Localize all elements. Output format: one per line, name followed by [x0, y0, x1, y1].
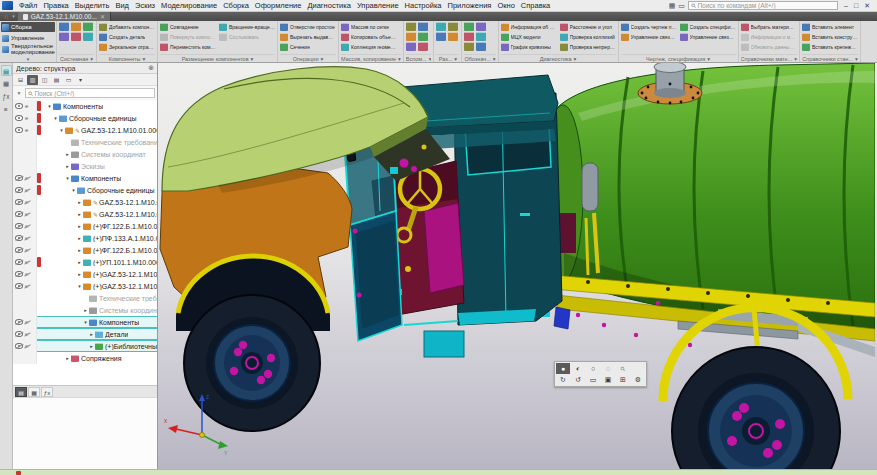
ribbon-button-10-2[interactable]: Управление связанными ч... [621, 32, 677, 41]
datum-icon[interactable] [476, 22, 486, 31]
collapse-arrow-icon[interactable]: ▾ [82, 319, 89, 325]
ribbon-button-2-2[interactable]: Создать деталь [99, 32, 155, 41]
save-icon[interactable] [83, 22, 93, 31]
print-preview-icon[interactable] [71, 32, 81, 41]
mode-button-2[interactable]: Управление [1, 33, 55, 43]
ribbon-group-caret-icon[interactable]: ▾ [707, 56, 710, 62]
ribbon-button-10-1[interactable]: Создать чертеж по шаблону [621, 22, 677, 31]
linear-dimension-icon[interactable] [436, 22, 446, 31]
tree-item-1[interactable]: е▾Компоненты [13, 100, 157, 112]
expand-arrow-icon[interactable]: ▸ [64, 355, 71, 361]
tree-item-17[interactable]: Технические требования [13, 292, 157, 304]
menu-item-14[interactable]: Справка [518, 1, 553, 10]
collapse-arrow-icon[interactable]: ▾ [58, 127, 65, 133]
tree-item-11[interactable]: е▸(+)ФГ.122.Б.1.М10.000 Фар... [13, 220, 157, 232]
axis-icon[interactable] [418, 22, 428, 31]
ribbon-button-9-3[interactable]: График кривизны [501, 42, 557, 51]
ribbon-group-caret-icon[interactable]: ▾ [794, 56, 797, 62]
structure-tab[interactable]: ▤ [15, 387, 27, 397]
expand-arrow-icon[interactable]: ▸ [88, 343, 95, 349]
fit-all-icon[interactable]: ⊞ [616, 374, 630, 385]
ribbon-button-4-2[interactable]: Вырезать выдавливани... [280, 32, 336, 41]
ribbon-button-3-1[interactable]: Совпадение [160, 22, 216, 31]
tree-view-caret[interactable]: ▾ [75, 75, 86, 85]
tree-composition-view-icon[interactable]: ◫ [39, 75, 50, 85]
visibility-on-icon[interactable] [15, 127, 23, 133]
tree-structure-view-icon[interactable]: ▥ [27, 75, 38, 85]
menu-item-7[interactable]: Сборка [220, 1, 252, 10]
exclude-off-icon[interactable]: е [25, 187, 28, 193]
document-tab-close-icon[interactable]: ✕ [100, 13, 105, 20]
ribbon-button-9-3[interactable]: Проверка непрерывности [560, 42, 616, 51]
ribbon-button-5-3[interactable]: Коллекция геометрии [341, 42, 397, 51]
variables-tab[interactable]: ƒx [41, 387, 53, 397]
menu-item-13[interactable]: Окно [494, 1, 517, 10]
viewport-3d[interactable]: Z X Y ●◐○◌⚲↻↺▭▣⊞⚙ [158, 63, 877, 469]
menu-item-1[interactable]: Файл [16, 1, 40, 10]
tree-item-19[interactable]: е▾Компоненты [13, 316, 157, 328]
ribbon-button-9-2[interactable]: МЦХ модели [501, 32, 557, 41]
tree-collapse-all-icon[interactable]: ⊟ [15, 75, 26, 85]
angle-dimension-icon[interactable] [436, 32, 446, 41]
tree-search-input[interactable]: ⚲ Поиск (Ctrl+/) [25, 88, 155, 98]
ribbon-group-caret-icon[interactable]: ▾ [493, 56, 496, 62]
ribbon-button-5-2[interactable]: Копировать объекты [341, 32, 397, 41]
exclude-icon[interactable]: е [25, 127, 28, 133]
open-document-icon[interactable] [71, 22, 81, 31]
ribbon-button-11-1[interactable]: Выбрать материал... [741, 22, 797, 31]
expand-arrow-icon[interactable]: ▸ [82, 307, 89, 313]
command-search-input[interactable]: ⚲ Поиск по командам (Alt+/) [688, 1, 838, 10]
menu-item-8[interactable]: Оформление [252, 1, 305, 10]
exclude-off-icon[interactable]: е [25, 259, 28, 265]
menu-item-12[interactable]: Приложения [445, 1, 495, 10]
ribbon-group-caret-icon[interactable]: ▾ [398, 56, 401, 62]
ribbon-button-3-3[interactable]: Переместить компонент [160, 42, 216, 51]
modes-caret-icon[interactable]: ▾ [1, 56, 55, 62]
ribbon-button-12-3[interactable]: Вставить крепежное со... [802, 42, 858, 51]
layout-windows-icon[interactable]: ▦ [669, 2, 676, 10]
visibility-on-icon[interactable] [15, 115, 23, 121]
tree-item-21[interactable]: е▸(+)Библиотечные комп... [13, 340, 157, 352]
tree-item-15[interactable]: е▸(+)GAZ.53-12.1.M10.01.03.0... [13, 268, 157, 280]
exclude-off-icon[interactable]: е [25, 283, 28, 289]
plane-view-icon[interactable]: ▭ [586, 374, 600, 385]
exclude-off-icon[interactable]: е [25, 247, 28, 253]
exclude-off-icon[interactable]: е [25, 223, 28, 229]
ribbon-button-12-2[interactable]: Вставить конструктивн... [802, 32, 858, 41]
visibility-off-icon[interactable] [15, 175, 23, 181]
tree-item-14[interactable]: е▸(+)УП.101.1.М10.000 Фара п... [13, 256, 157, 268]
tree-item-20[interactable]: е▸Детали [13, 328, 157, 340]
exclude-off-icon[interactable]: е [25, 199, 28, 205]
expand-arrow-icon[interactable]: ▸ [76, 247, 83, 253]
menu-item-4[interactable]: Вид [112, 1, 132, 10]
ribbon-button-4-1[interactable]: Отверстие простое [280, 22, 336, 31]
diameter-dimension-icon[interactable] [448, 32, 458, 41]
tree-item-5[interactable]: ▸Системы координат [13, 148, 157, 160]
tree-panel-close-icon[interactable]: ⊗ [148, 64, 154, 72]
expand-arrow-icon[interactable]: ▸ [76, 271, 83, 277]
ribbon-button-3-1[interactable]: Вращение-вращение [219, 22, 275, 31]
visibility-on-icon[interactable] [15, 103, 23, 109]
tree-relations-view-icon[interactable]: ▤ [51, 75, 62, 85]
visibility-off-icon[interactable] [15, 319, 23, 325]
exclude-off-icon[interactable]: е [25, 343, 28, 349]
menu-item-11[interactable]: Настройка [402, 1, 445, 10]
tree-item-9[interactable]: е▸✎GAZ.53-12.1.M10.01.01.0... [13, 196, 157, 208]
visibility-off-icon[interactable] [15, 223, 23, 229]
expand-arrow-icon[interactable]: ▸ [76, 199, 83, 205]
menu-item-5[interactable]: Эскиз [132, 1, 158, 10]
wireframe-view-icon[interactable]: ○ [586, 363, 600, 374]
exclude-off-icon[interactable]: е [25, 175, 28, 181]
ribbon-group-caret-icon[interactable]: ▾ [574, 56, 577, 62]
ribbon-button-5-1[interactable]: Массив по сетке [341, 22, 397, 31]
visibility-off-icon[interactable] [15, 247, 23, 253]
visibility-off-icon[interactable] [15, 271, 23, 277]
shaded-edges-view-icon[interactable]: ◐ [571, 363, 585, 374]
print-icon[interactable] [59, 32, 69, 41]
tree-item-16[interactable]: е▾(+)GAZ.53-12.1.M10.01.04.0... [13, 280, 157, 292]
view-settings-gear-icon[interactable]: ⚙ [631, 374, 645, 385]
hidden-lines-view-icon[interactable]: ◌ [601, 363, 615, 374]
note-icon[interactable] [464, 22, 474, 31]
visibility-off-icon[interactable] [15, 343, 23, 349]
collapse-arrow-icon[interactable]: ▾ [76, 283, 83, 289]
